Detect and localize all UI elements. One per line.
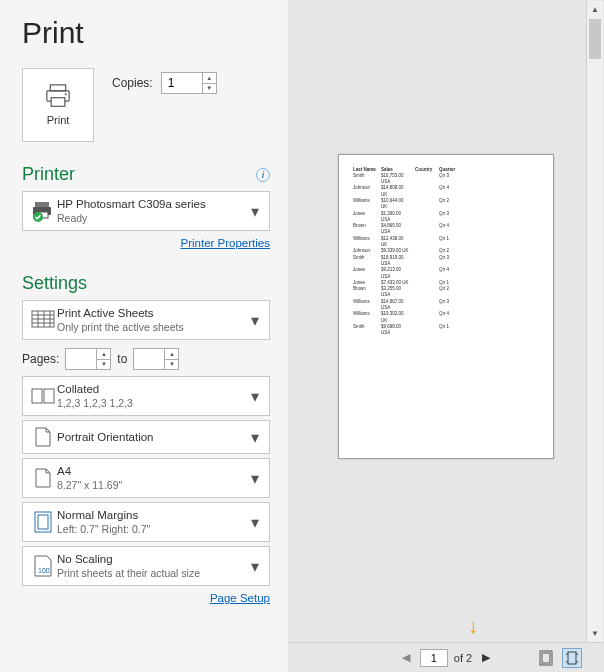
pages-to-spinner[interactable]: ▲▼ <box>133 348 179 370</box>
svg-rect-4 <box>35 202 49 207</box>
copies-down[interactable]: ▼ <box>203 84 216 94</box>
chevron-down-icon: ▾ <box>247 428 263 447</box>
scroll-up[interactable]: ▲ <box>587 1 603 18</box>
margins-sub: Left: 0.7" Right: 0.7" <box>57 523 247 536</box>
scaling-icon: 100 <box>29 555 57 577</box>
print-area-dropdown[interactable]: Print Active Sheets Only print the activ… <box>22 300 270 340</box>
page-count-label: of 2 <box>454 652 472 664</box>
current-page-input[interactable] <box>420 649 448 667</box>
printer-section-header: Printer <box>22 164 75 185</box>
svg-rect-16 <box>44 389 54 403</box>
copies-label: Copies: <box>112 76 153 90</box>
pages-from-up[interactable]: ▲ <box>97 349 110 360</box>
prev-page-button[interactable]: ◀ <box>398 651 414 664</box>
scaling-title: No Scaling <box>57 552 247 566</box>
chevron-down-icon: ▾ <box>247 513 263 532</box>
pages-from-down[interactable]: ▼ <box>97 360 110 370</box>
chevron-down-icon: ▾ <box>247 469 263 488</box>
orientation-dropdown[interactable]: Portrait Orientation ▾ <box>22 420 270 454</box>
print-preview-area: Last NameSalesCountryQuarterSmith$16,753… <box>288 0 604 642</box>
collate-title: Collated <box>57 382 247 396</box>
svg-rect-18 <box>38 515 48 529</box>
paper-dropdown[interactable]: A4 8.27" x 11.69" ▾ <box>22 458 270 498</box>
svg-rect-21 <box>542 653 550 663</box>
margins-icon <box>29 511 57 533</box>
page-icon <box>29 468 57 488</box>
collate-dropdown[interactable]: Collated 1,2,3 1,2,3 1,2,3 ▾ <box>22 376 270 416</box>
margins-dropdown[interactable]: Normal Margins Left: 0.7" Right: 0.7" ▾ <box>22 502 270 542</box>
orientation-title: Portrait Orientation <box>57 430 247 444</box>
page-setup-link[interactable]: Page Setup <box>22 592 270 604</box>
info-icon[interactable]: i <box>256 168 270 182</box>
settings-section-header: Settings <box>22 273 87 294</box>
svg-text:100: 100 <box>38 567 50 574</box>
pages-to-down[interactable]: ▼ <box>165 360 178 370</box>
print-area-sub: Only print the active sheets <box>57 321 247 334</box>
chevron-down-icon: ▾ <box>247 557 263 576</box>
chevron-down-icon: ▾ <box>247 387 263 406</box>
pages-to-up[interactable]: ▲ <box>165 349 178 360</box>
scaling-sub: Print sheets at their actual size <box>57 567 247 580</box>
copies-spinner[interactable]: ▲▼ <box>161 72 217 94</box>
show-margins-button[interactable] <box>536 648 556 668</box>
chevron-down-icon: ▾ <box>247 202 263 221</box>
pages-to-label: to <box>117 352 127 366</box>
pages-from-spinner[interactable]: ▲▼ <box>65 348 111 370</box>
vertical-scrollbar[interactable]: ▲ ▼ <box>586 1 603 642</box>
svg-point-3 <box>65 93 67 95</box>
svg-rect-2 <box>51 98 65 107</box>
svg-rect-0 <box>50 85 65 91</box>
pages-label: Pages: <box>22 352 59 366</box>
printer-status: Ready <box>57 212 247 225</box>
copies-input[interactable] <box>168 76 198 90</box>
collate-sub: 1,2,3 1,2,3 1,2,3 <box>57 397 247 410</box>
scroll-thumb[interactable] <box>589 19 601 59</box>
page-preview: Last NameSalesCountryQuarterSmith$16,753… <box>338 154 554 459</box>
print-area-title: Print Active Sheets <box>57 306 247 320</box>
printer-properties-link[interactable]: Printer Properties <box>22 237 270 249</box>
next-page-button[interactable]: ▶ <box>478 651 494 664</box>
margins-title: Normal Margins <box>57 508 247 522</box>
scroll-down[interactable]: ▼ <box>587 625 603 642</box>
printer-status-icon <box>29 200 57 222</box>
portrait-icon <box>29 427 57 447</box>
page-nav-bar: ◀ of 2 ▶ <box>288 642 604 672</box>
copies-up[interactable]: ▲ <box>203 73 216 84</box>
zoom-to-page-button[interactable] <box>562 648 582 668</box>
print-button-label: Print <box>47 114 70 126</box>
paper-sub: 8.27" x 11.69" <box>57 479 247 492</box>
sheets-icon <box>29 310 57 330</box>
print-button[interactable]: Print <box>22 68 94 142</box>
printer-name: HP Photosmart C309a series <box>57 197 247 211</box>
scaling-dropdown[interactable]: 100 No Scaling Print sheets at their act… <box>22 546 270 586</box>
collate-icon <box>29 388 57 404</box>
printer-icon <box>44 84 72 108</box>
chevron-down-icon: ▾ <box>247 311 263 330</box>
svg-rect-22 <box>568 652 576 664</box>
printer-dropdown[interactable]: HP Photosmart C309a series Ready ▾ <box>22 191 270 231</box>
page-title: Print <box>22 16 270 50</box>
svg-rect-15 <box>32 389 42 403</box>
paper-title: A4 <box>57 464 247 478</box>
